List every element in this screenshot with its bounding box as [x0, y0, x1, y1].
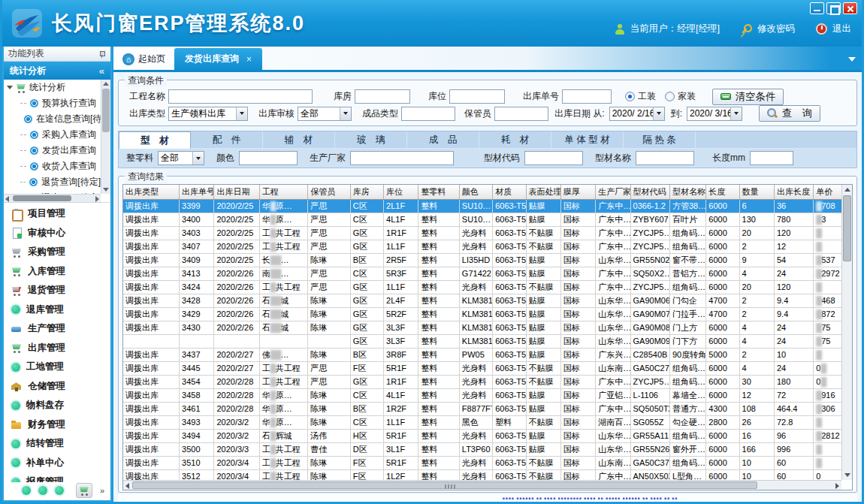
table-row-5[interactable]: 调拨出库34132020/2/26南██…严思C区5R3F整料G71422606…	[123, 267, 841, 280]
warehouse-input[interactable]	[355, 89, 410, 104]
tab-close-icon[interactable]: ×	[246, 54, 252, 65]
collapse-icon[interactable]: «	[99, 65, 104, 77]
sidebar-item-报废管理[interactable]: 报废管理	[4, 472, 110, 482]
pin-icon[interactable]	[98, 50, 106, 58]
material-tab-1[interactable]: 配 件	[191, 131, 263, 149]
column-header-单价[interactable]: 单价	[814, 185, 841, 199]
radio-gongzhuang[interactable]	[625, 92, 635, 101]
column-header-型材名称[interactable]: 型材名称	[669, 185, 705, 199]
sidebar-item-审核中心[interactable]: 审核中心	[4, 224, 110, 243]
table-row-2[interactable]: 调拨出库34032020/2/25工█共工程严思G区1R1F整料光身料6063-…	[123, 226, 841, 240]
grid-vertical-scrollbar[interactable]	[841, 185, 852, 480]
radio-gongzhuang-label[interactable]: 工装	[638, 90, 656, 103]
column-header-出库类型[interactable]: 出库类型	[123, 185, 180, 199]
product-type-input[interactable]	[401, 107, 455, 121]
column-header-库房[interactable]: 库房	[350, 185, 383, 199]
tree-item-5[interactable]: 退货查询[待定]	[4, 174, 101, 190]
tree-item-0[interactable]: 预算执行查询	[4, 95, 101, 111]
table-row-4[interactable]: 调拨出库34092020/2/25长██…陈琳B区2R5F整料LI35HD606…	[123, 253, 841, 267]
out-type-combo[interactable]: 生产领料出库	[168, 107, 248, 121]
column-header-保管员[interactable]: 保管员	[308, 185, 350, 199]
material-tab-0[interactable]: 型 材	[119, 131, 191, 149]
tab-home[interactable]: ⌂ 起始页	[116, 49, 174, 70]
tree-item-1[interactable]: 在途信息查询[待	[4, 111, 101, 127]
table-row-6[interactable]: 调拨出库34242020/2/26工█共工程严思G区1L1F整料光身料6063-…	[123, 280, 841, 294]
more-chevron[interactable]: »	[100, 487, 104, 495]
profile-code-input[interactable]	[524, 151, 583, 165]
column-header-数量[interactable]: 数量	[739, 185, 774, 199]
grid-horizontal-scrollbar[interactable]	[123, 480, 841, 490]
manufacturer-input[interactable]	[350, 151, 454, 165]
tab-shipment-outbound-query[interactable]: 发货出库查询 ×	[174, 48, 262, 70]
column-header-颜色[interactable]: 颜色	[459, 185, 492, 199]
table-row-1[interactable]: 调拨出库34002020/2/25华█原…严思C区4L1F整料SU10…6063…	[123, 213, 841, 226]
table-row-20[interactable]: 调拨出库35122020/3/4工█共工程陈琳F区1L2F整料光身料6063-T…	[123, 469, 841, 480]
close-button[interactable]	[843, 2, 857, 14]
tree-horizontal-scrollbar[interactable]	[4, 194, 101, 202]
table-row-12[interactable]: 调拨出库34452020/2/27工█共工程严思F区5R1F整料光身料6063-…	[123, 361, 841, 375]
sidebar-item-物料盘存[interactable]: 物料盘存	[4, 396, 110, 415]
clear-conditions-button[interactable]: 清空条件	[712, 89, 784, 105]
tree-item-2[interactable]: 采购入库查询	[4, 127, 101, 143]
table-row-8[interactable]: 调拨出库34292020/2/26石██城陈琳G区5R2F整料KLM381760…	[123, 307, 841, 321]
table-row-19[interactable]: 调拨出库35102020/3/4工█共工程陈琳F区5R1F整料光身料6063-T…	[123, 456, 841, 469]
column-header-膜厚[interactable]: 膜厚	[560, 185, 595, 199]
table-row-9[interactable]: 调拨出库34302020/2/26石██城陈琳G区3L3F整料KLM381760…	[123, 321, 841, 334]
column-header-型材代码[interactable]: 型材代码	[630, 185, 669, 199]
table-row-14[interactable]: 调拨出库34582020/2/28华█原…陈琳C区4L1F整料光身料6063-T…	[123, 388, 841, 402]
search-button[interactable]: 查 询	[759, 105, 820, 122]
tree-item-3[interactable]: 发货出库查询	[4, 143, 101, 158]
material-tab-7[interactable]: 隔 热 条	[624, 131, 696, 149]
sidebar-item-出库管理[interactable]: 出库管理	[4, 339, 110, 358]
length-mm-input[interactable]	[750, 151, 793, 165]
table-row-16[interactable]: 调拨出库34932020/3/2华█原…陈琳C区1L1F整料黑色塑料不贴膜国标湖…	[123, 415, 841, 429]
column-header-出库长度[interactable]: 出库长度	[774, 185, 813, 199]
sidebar-item-结转管理[interactable]: 结转管理	[4, 434, 110, 454]
maximize-button[interactable]	[826, 2, 841, 14]
material-tab-3[interactable]: 玻 璃	[335, 131, 407, 149]
logout-button[interactable]: 退出	[832, 23, 851, 35]
sidebar-item-工地管理[interactable]: 工地管理	[4, 358, 110, 377]
project-name-input[interactable]	[168, 89, 313, 104]
profile-name-input[interactable]	[636, 151, 694, 165]
cart-button[interactable]	[76, 483, 92, 498]
out-audit-combo[interactable]: 全部	[298, 107, 352, 121]
date-to-picker[interactable]: 2020/ 3/16	[687, 107, 742, 121]
table-row-3[interactable]: 调拨出库34072020/2/25工█共工程严思G区1L1F整料光身料6063-…	[123, 240, 841, 253]
chevron-down-icon[interactable]	[192, 152, 204, 164]
material-tab-4[interactable]: 成 品	[407, 131, 479, 149]
tab-list-dropdown-icon[interactable]	[848, 57, 856, 62]
sidebar-item-仓储管理[interactable]: 仓储管理	[4, 377, 110, 397]
whole-part-combo[interactable]: 全部	[158, 151, 204, 165]
column-header-材质[interactable]: 材质	[493, 185, 526, 199]
green-dot-icon[interactable]	[22, 486, 31, 495]
material-tab-6[interactable]: 单 体 型 材	[551, 131, 624, 149]
tree-vertical-scrollbar[interactable]	[101, 80, 110, 194]
green-dot-icon[interactable]	[55, 486, 64, 495]
expand-triangle-icon[interactable]	[7, 86, 13, 89]
table-row-18[interactable]: 调拨出库35002020/3/3工█共工程曹佳D区3L1F整料LT3P60606…	[123, 442, 841, 456]
radio-jiazhuang[interactable]	[665, 92, 675, 101]
material-tab-2[interactable]: 辅 材	[263, 131, 335, 149]
chevron-down-icon[interactable]	[730, 107, 742, 120]
table-row-0[interactable]: 调拨出库33992020/2/25华█原…严思C区2L1F整料SU10…6063…	[123, 199, 841, 213]
tree-root-node[interactable]: 统计分析	[4, 80, 101, 95]
keeper-input[interactable]	[494, 107, 548, 121]
sidebar-item-生产管理[interactable]: 生产管理	[4, 319, 110, 339]
material-tab-5[interactable]: 耗 材	[479, 131, 551, 149]
sidebar-item-项目管理[interactable]: 项目管理	[4, 204, 110, 224]
sidebar-item-退货管理[interactable]: 退货管理	[4, 281, 110, 300]
table-row-10[interactable]: G区3L3F整料KLM38176063-T5贴膜国标山东华…GA90M09…门下…	[123, 334, 841, 348]
table-row-7[interactable]: 调拨出库34282020/2/26石██城陈琳G区2L4F整料KLM381760…	[123, 294, 841, 307]
column-header-库位[interactable]: 库位	[384, 185, 418, 199]
column-header-工程[interactable]: 工程	[259, 185, 307, 199]
column-header-生产厂家[interactable]: 生产厂家	[596, 185, 630, 199]
tree-item-4[interactable]: 收货入库查询	[4, 158, 101, 174]
column-header-出库日期[interactable]: 出库日期	[214, 185, 259, 199]
chevron-down-icon[interactable]	[236, 107, 247, 120]
order-no-input[interactable]	[562, 89, 612, 104]
chevron-down-icon[interactable]	[340, 107, 351, 120]
table-row-13[interactable]: 调拨出库34542020/2/28工█共工程严思G区1R1F整料光身料6063-…	[123, 375, 841, 388]
green-dot-icon[interactable]	[38, 486, 47, 495]
sidebar-item-财务管理[interactable]: 财务管理	[4, 415, 110, 435]
